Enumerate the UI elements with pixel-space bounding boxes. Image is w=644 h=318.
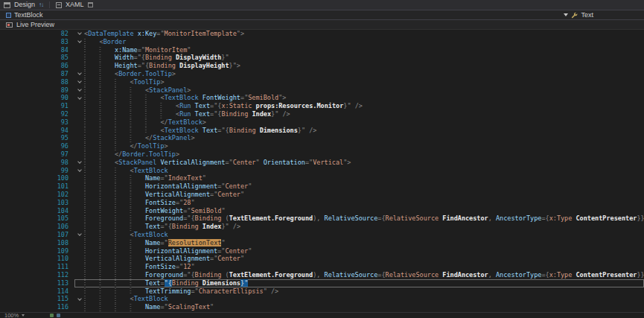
code-text[interactable]: </Border.ToolTip> [84, 150, 179, 159]
status-icon[interactable] [57, 314, 60, 317]
fold-margin[interactable] [74, 94, 84, 102]
breadcrumb-element[interactable]: TextBlock [14, 12, 43, 19]
line-number[interactable]: 89 [0, 86, 74, 95]
fold-margin[interactable] [74, 295, 84, 303]
line-number[interactable]: 93 [0, 118, 74, 127]
breadcrumb-property[interactable]: Text [581, 12, 593, 19]
fold-margin[interactable] [74, 30, 84, 38]
line-number[interactable]: 100 [0, 174, 74, 182]
code-line[interactable]: 105 Foreground="{Binding (TextElement.Fo… [0, 214, 644, 223]
fold-margin[interactable] [74, 207, 84, 215]
fold-chevron-icon[interactable] [77, 87, 82, 92]
code-text[interactable]: <TextBlock [84, 167, 168, 175]
fold-margin[interactable] [74, 70, 84, 78]
line-number[interactable]: 87 [0, 70, 74, 78]
fold-margin[interactable] [74, 279, 84, 287]
fold-margin[interactable] [74, 86, 84, 95]
code-text[interactable]: <Border.ToolTip> [84, 70, 176, 78]
line-number[interactable]: 85 [0, 54, 74, 62]
code-text[interactable]: <Run Text="{Binding Index}" /> [84, 110, 290, 118]
fold-margin[interactable] [74, 150, 84, 159]
line-number[interactable]: 105 [0, 214, 74, 223]
line-number[interactable]: 110 [0, 255, 74, 263]
code-text[interactable]: Name="ScalingText" [84, 303, 214, 311]
line-number[interactable]: 84 [0, 46, 74, 54]
fold-margin[interactable] [74, 167, 84, 175]
status-icon[interactable] [50, 314, 54, 317]
code-line[interactable]: 101 HorizontalAlignment="Center" [0, 182, 644, 191]
code-text[interactable]: <DataTemplate x:Key="MonitorItemTemplate… [84, 30, 244, 38]
code-text[interactable]: <ToolTip> [84, 78, 165, 86]
breadcrumb-dropdown-icon[interactable] [564, 13, 568, 16]
design-tab[interactable]: Design [14, 1, 35, 8]
code-line[interactable]: 111 FontSize="12" [0, 263, 644, 271]
code-line[interactable]: 96 </ToolTip> [0, 142, 644, 150]
code-line[interactable]: 113 Text="{Binding Dimensions}" [0, 279, 644, 287]
fold-chevron-icon[interactable] [77, 232, 82, 236]
code-text[interactable]: Text="{Binding Index}" /> [84, 223, 240, 231]
code-text[interactable]: Name="IndexText" [84, 174, 206, 182]
code-line[interactable]: 94 <TextBlock Text="{Binding Dimensions}… [0, 127, 644, 135]
code-line[interactable]: 112 Foreground="{Binding (TextElement.Fo… [0, 271, 644, 279]
line-number[interactable]: 114 [0, 287, 74, 296]
xaml-tab[interactable]: XAML [66, 1, 84, 8]
fold-margin[interactable] [74, 127, 84, 135]
code-line[interactable]: 93 </TextBlock> [0, 118, 644, 127]
code-text[interactable]: x:Name="MonitorItem" [84, 46, 191, 54]
fold-margin[interactable] [74, 142, 84, 150]
code-line[interactable]: 91 <Run Text="{x:Static props:Resources.… [0, 102, 644, 110]
fold-margin[interactable] [74, 118, 84, 127]
line-number[interactable]: 91 [0, 102, 74, 110]
fold-margin[interactable] [74, 54, 84, 62]
fold-margin[interactable] [74, 174, 84, 182]
fold-margin[interactable] [74, 271, 84, 279]
fold-margin[interactable] [74, 191, 84, 199]
line-number[interactable]: 94 [0, 127, 74, 135]
fold-margin[interactable] [74, 110, 84, 118]
code-line[interactable]: 107 <TextBlock [0, 231, 644, 239]
fold-margin[interactable] [74, 78, 84, 86]
code-line[interactable]: 86 Height="{Binding DisplayHeight}"> [0, 62, 644, 70]
fold-margin[interactable] [74, 199, 84, 207]
line-number[interactable]: 113 [0, 279, 74, 287]
fold-chevron-icon[interactable] [77, 159, 82, 164]
code-text[interactable]: VerticalAlignment="Center" [84, 191, 244, 199]
code-text[interactable]: FontWeight="SemiBold" [84, 207, 226, 215]
fold-margin[interactable] [74, 62, 84, 70]
code-text[interactable]: <Run Text="{x:Static props:Resources.Mon… [84, 102, 363, 110]
line-number[interactable]: 111 [0, 263, 74, 271]
fold-margin[interactable] [74, 247, 84, 255]
line-number[interactable]: 86 [0, 62, 74, 70]
code-text[interactable]: Name="ResolutionText" [84, 239, 226, 247]
fold-chevron-icon[interactable] [77, 168, 82, 172]
code-line[interactable]: 92 <Run Text="{Binding Index}" /> [0, 110, 644, 118]
line-number[interactable]: 106 [0, 223, 74, 231]
line-number[interactable]: 95 [0, 134, 74, 142]
fold-margin[interactable] [74, 46, 84, 54]
code-text[interactable]: Foreground="{Binding (TextElement.Foregr… [84, 214, 644, 223]
code-line[interactable]: 109 HorizontalAlignment="Center" [0, 247, 644, 255]
code-text[interactable]: <Border [84, 38, 126, 46]
code-line[interactable]: 83 <Border [0, 38, 644, 46]
code-text[interactable]: Text="{Binding Dimensions}" [84, 279, 248, 287]
code-editor[interactable]: 82<DataTemplate x:Key="MonitorItemTempla… [0, 30, 644, 312]
code-line[interactable]: 99 <TextBlock [0, 167, 644, 175]
code-line[interactable]: 84 x:Name="MonitorItem" [0, 46, 644, 54]
code-text[interactable]: HorizontalAlignment="Center" [84, 247, 252, 255]
code-line[interactable]: 108 Name="ResolutionText" [0, 239, 644, 247]
line-number[interactable]: 107 [0, 231, 74, 239]
code-text[interactable]: <StackPanel VerticalAlignment="Center" O… [84, 159, 351, 167]
live-preview-label[interactable]: Live Preview [16, 22, 54, 28]
code-text[interactable]: Height="{Binding DisplayHeight}"> [84, 62, 240, 70]
swap-panes-icon[interactable]: ↑↓ [39, 2, 43, 8]
fold-margin[interactable] [74, 287, 84, 296]
code-line[interactable]: 85 Width="{Binding DisplayWidth}" [0, 54, 644, 62]
line-number[interactable]: 108 [0, 239, 74, 247]
line-number[interactable]: 99 [0, 167, 74, 175]
fold-margin[interactable] [74, 159, 84, 167]
fold-margin[interactable] [74, 303, 84, 311]
line-number[interactable]: 102 [0, 191, 74, 199]
code-line[interactable]: 98 <StackPanel VerticalAlignment="Center… [0, 159, 644, 167]
fold-chevron-icon[interactable] [77, 71, 82, 76]
fold-margin[interactable] [74, 239, 84, 247]
